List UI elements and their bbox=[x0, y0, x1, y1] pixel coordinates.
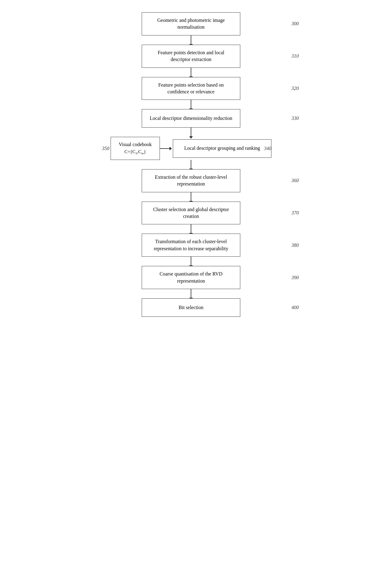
box-360-label: Extraction of the robust cluster-level r… bbox=[148, 174, 234, 188]
arrow-6-7 bbox=[191, 224, 191, 234]
step-row-360: Extraction of the robust cluster-level r… bbox=[83, 169, 299, 192]
arrow-codebook-to-340 bbox=[160, 148, 170, 149]
arrow-4-5 bbox=[191, 160, 191, 169]
arrow-2-3 bbox=[191, 100, 191, 109]
arrow-0-1 bbox=[191, 35, 191, 45]
step-row-400: Bit selection 400 bbox=[83, 298, 299, 317]
ref-310: 310 bbox=[291, 53, 299, 59]
ref-330: 330 bbox=[291, 116, 299, 121]
box-370: Cluster selection and global descriptor … bbox=[142, 202, 240, 225]
box-310-label: Feature points detection and local descr… bbox=[148, 49, 234, 63]
codebook-label-line2: C={C1,Cw} bbox=[119, 148, 152, 156]
box-340-label: Local descriptor grouping and ranking bbox=[184, 145, 260, 152]
ref-350: 350 bbox=[102, 146, 109, 151]
box-350: Visual codebook C={C1,Cw} bbox=[111, 137, 160, 160]
ref-340: 340 bbox=[264, 146, 271, 151]
diagram-container: Geometric and photometric image normalis… bbox=[83, 12, 299, 317]
box-330: Local descriptor dimensionality reductio… bbox=[142, 109, 240, 128]
arrow-5-6 bbox=[191, 192, 191, 202]
step-row-330: Local descriptor dimensionality reductio… bbox=[83, 109, 299, 128]
step-row-300: Geometric and photometric image normalis… bbox=[83, 12, 299, 35]
step-row-390: Coarse quantisation of the RVD represent… bbox=[83, 266, 299, 289]
box-390-label: Coarse quantisation of the RVD represent… bbox=[148, 271, 234, 284]
ref-360: 360 bbox=[291, 178, 299, 183]
box-340: Local descriptor grouping and ranking bbox=[173, 139, 271, 158]
ref-390: 390 bbox=[291, 275, 299, 280]
ref-380: 380 bbox=[291, 243, 299, 248]
ref-300: 300 bbox=[291, 21, 299, 27]
box-320: Feature points selection based on confid… bbox=[142, 77, 240, 100]
ref-320: 320 bbox=[291, 86, 299, 91]
step-row-320: Feature points selection based on confid… bbox=[83, 77, 299, 100]
flow-wrapper: Geometric and photometric image normalis… bbox=[83, 12, 299, 317]
step-row-380: Transformation of each cluster-level rep… bbox=[83, 234, 299, 257]
box-380: Transformation of each cluster-level rep… bbox=[142, 234, 240, 257]
codebook-label-line1: Visual codebook bbox=[119, 141, 152, 148]
box-300: Geometric and photometric image normalis… bbox=[142, 12, 240, 35]
box-380-label: Transformation of each cluster-level rep… bbox=[148, 238, 234, 252]
step-row-340: 350 Visual codebook C={C1,Cw} Local desc… bbox=[83, 137, 299, 160]
step-row-310: Feature points detection and local descr… bbox=[83, 45, 299, 68]
box-360: Extraction of the robust cluster-level r… bbox=[142, 169, 240, 192]
step-row-370: Cluster selection and global descriptor … bbox=[83, 202, 299, 225]
arrow-7-8 bbox=[191, 257, 191, 266]
box-370-label: Cluster selection and global descriptor … bbox=[148, 206, 234, 220]
ref-370: 370 bbox=[291, 210, 299, 216]
ref-400: 400 bbox=[291, 305, 299, 310]
box-300-label: Geometric and photometric image normalis… bbox=[148, 17, 234, 31]
box-320-label: Feature points selection based on confid… bbox=[148, 82, 234, 96]
arrow-8-9 bbox=[191, 289, 191, 298]
box-390: Coarse quantisation of the RVD represent… bbox=[142, 266, 240, 289]
box-400: Bit selection bbox=[142, 298, 240, 317]
arrow-3-4 bbox=[191, 128, 191, 137]
box-310: Feature points detection and local descr… bbox=[142, 45, 240, 68]
box-330-label: Local descriptor dimensionality reductio… bbox=[150, 115, 232, 122]
arrow-1-2 bbox=[191, 68, 191, 77]
box-400-label: Bit selection bbox=[179, 304, 203, 311]
